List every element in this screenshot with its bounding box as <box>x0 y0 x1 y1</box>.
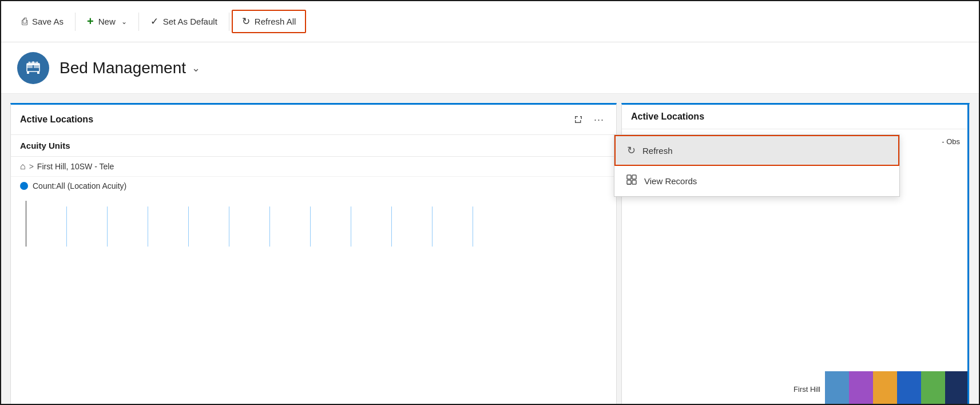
new-chevron-icon: ⌄ <box>121 18 127 26</box>
legend-row: Count:All (Location Acuity) <box>11 177 616 195</box>
color-block-2 <box>873 371 897 405</box>
chart-lines <box>20 201 607 247</box>
home-icon: ⌂ <box>20 161 26 172</box>
new-button[interactable]: + New ⌄ <box>78 10 136 33</box>
color-block-3 <box>897 371 921 405</box>
check-icon: ✓ <box>150 15 158 27</box>
view-records-label: View Records <box>644 176 697 186</box>
app-title: Bed Management <box>59 59 186 77</box>
chart-line-3 <box>148 207 148 247</box>
left-panel-title: Active Locations <box>20 114 93 125</box>
app-header: Bed Management ⌄ <box>1 42 979 94</box>
more-options-button[interactable]: ··· <box>591 112 607 128</box>
chart-line-8 <box>351 207 351 247</box>
refresh-all-button[interactable]: ↻ Refresh All <box>232 10 307 33</box>
app-title-row: Bed Management ⌄ <box>59 59 200 77</box>
obs-label: - Obs <box>942 137 960 146</box>
svg-rect-12 <box>632 175 636 179</box>
svg-rect-3 <box>34 65 39 68</box>
color-block-5 <box>945 371 969 405</box>
svg-rect-13 <box>627 180 631 184</box>
chart-line-1 <box>66 207 67 247</box>
color-block-4 <box>921 371 945 405</box>
chart-line-10 <box>432 207 433 247</box>
breadcrumb-row: ⌂ > First Hill, 10SW - Tele <box>11 157 616 177</box>
expand-button[interactable] <box>570 112 586 128</box>
save-as-icon: ⎙ <box>22 16 27 27</box>
refresh-all-label: Refresh All <box>255 17 296 26</box>
breadcrumb-text: First Hill, 10SW - Tele <box>37 162 114 171</box>
dropdown-refresh-item[interactable]: ↻ Refresh <box>614 135 899 166</box>
right-panel: Active Locations ↻ Refresh View Re <box>621 103 970 405</box>
bed-management-svg-icon <box>25 60 41 76</box>
save-as-button[interactable]: ⎙ Save As <box>13 11 73 32</box>
svg-rect-11 <box>627 175 631 179</box>
separator-3 <box>229 13 229 31</box>
acuity-units-label: Acuity Units <box>20 141 70 150</box>
chart-line-7 <box>310 207 311 247</box>
left-panel-header: Active Locations ··· <box>11 105 616 135</box>
content-area: Active Locations ··· Acuity Units ⌂ > Fi… <box>1 94 979 405</box>
toolbar: ⎙ Save As + New ⌄ ✓ Set As Default ↻ Ref… <box>1 1 979 42</box>
set-as-default-label: Set As Default <box>163 17 217 26</box>
separator-1 <box>75 13 76 31</box>
refresh-icon: ↻ <box>627 144 636 157</box>
right-border-accent <box>967 105 969 405</box>
left-chart-area <box>11 195 616 405</box>
color-blocks <box>825 371 969 405</box>
left-panel: Active Locations ··· Acuity Units ⌂ > Fi… <box>10 103 617 405</box>
chart-line-6 <box>269 207 270 247</box>
expand-icon <box>574 115 583 124</box>
legend-label: Count:All (Location Acuity) <box>33 181 126 190</box>
legend-dot <box>20 182 28 190</box>
dropdown-menu: ↻ Refresh View Records <box>614 134 900 197</box>
color-block-1 <box>849 371 873 405</box>
refresh-all-icon: ↻ <box>242 15 250 27</box>
svg-rect-4 <box>27 72 29 74</box>
svg-point-10 <box>37 61 38 63</box>
chart-line-11 <box>473 207 473 247</box>
chart-location-label: First Hill <box>793 385 820 394</box>
breadcrumb: ⌂ > First Hill, 10SW - Tele <box>20 161 114 172</box>
color-block-0 <box>825 371 849 405</box>
svg-rect-2 <box>27 65 33 68</box>
dropdown-view-records-item[interactable]: View Records <box>614 166 899 196</box>
new-plus-icon: + <box>87 15 94 28</box>
breadcrumb-arrow-icon: > <box>29 162 34 171</box>
app-icon <box>17 52 49 84</box>
grid-icon <box>626 174 637 185</box>
svg-point-9 <box>29 61 30 63</box>
svg-rect-14 <box>632 180 636 184</box>
right-panel-header: Active Locations <box>622 105 969 129</box>
left-panel-subheader: Acuity Units <box>11 135 616 157</box>
view-records-icon <box>626 174 637 188</box>
save-as-label: Save As <box>32 17 64 26</box>
chart-line-5 <box>229 207 229 247</box>
chart-line-9 <box>391 207 392 247</box>
separator-2 <box>138 13 139 31</box>
ellipsis-icon: ··· <box>594 114 604 126</box>
left-panel-actions: ··· <box>570 112 607 128</box>
right-panel-title: Active Locations <box>631 112 704 122</box>
refresh-label: Refresh <box>642 146 673 156</box>
chart-line-0 <box>26 201 26 247</box>
chart-line-2 <box>107 207 108 247</box>
app-title-chevron-icon[interactable]: ⌄ <box>192 62 200 74</box>
set-as-default-button[interactable]: ✓ Set As Default <box>141 11 227 32</box>
chart-line-4 <box>188 207 189 247</box>
svg-rect-5 <box>37 72 39 74</box>
first-hill-label: First Hill <box>793 384 820 394</box>
new-label: New <box>98 17 116 26</box>
